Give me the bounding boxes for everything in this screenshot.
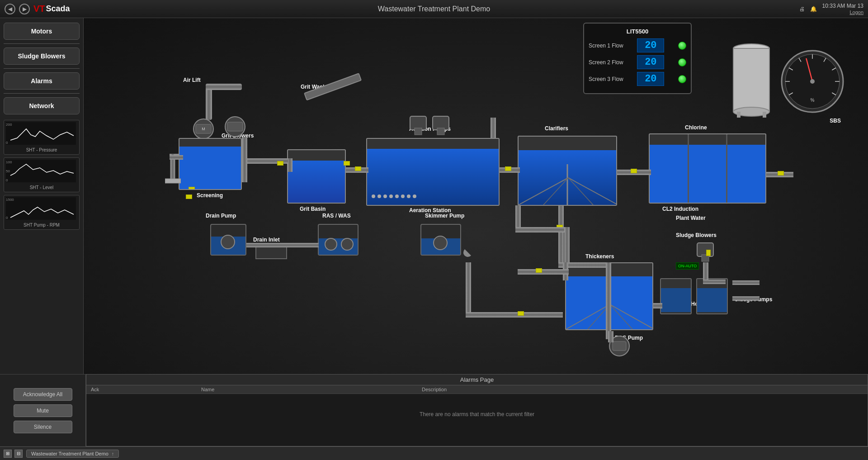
svg-point-45: [434, 236, 447, 250]
silence-button[interactable]: Silence: [14, 421, 72, 433]
ras-was-tank[interactable]: [318, 224, 359, 256]
sludge-blower-pipe-h: [703, 280, 726, 284]
app-title: Wastewater Treatment Plant Demo: [378, 5, 490, 13]
valve-grit2: [344, 161, 350, 166]
taskbar-icon-grid[interactable]: ⊟: [14, 450, 23, 458]
mute-button[interactable]: Mute: [14, 404, 72, 417]
screen3-indicator: [678, 75, 686, 83]
top-bar-right: 🖨 🔔 10:33 AM Mar 13 Logon: [799, 3, 863, 15]
logon-button[interactable]: Logon: [849, 9, 863, 15]
on-auto-badge: ON-AUTO: [676, 262, 699, 270]
drain-pump-tank[interactable]: [210, 224, 246, 256]
screen3-display: 20: [637, 72, 664, 86]
skimmer-down-pipe: [466, 262, 471, 317]
divider-2: [4, 68, 80, 69]
valve-grit-aeration: [355, 166, 361, 171]
time-display: 10:33 AM Mar 13 Logon: [822, 3, 863, 15]
svg-rect-12: [763, 112, 766, 118]
sludge-holding-tank1[interactable]: [660, 278, 692, 314]
taskbar-icons: ⊞ ⊟: [4, 450, 23, 458]
far-left-pipe: [170, 155, 183, 160]
chart2-label: SHT - Level: [6, 185, 77, 190]
col-name: Name: [201, 387, 422, 392]
screening-tank[interactable]: [179, 138, 242, 190]
vtscada-logo: VT Scada: [33, 4, 70, 14]
drain-inlet-label: Drain Inlet: [253, 237, 280, 243]
clarifiers-tank[interactable]: [518, 136, 617, 206]
chart-level: 100 50 0 SHT - Level: [4, 157, 80, 192]
sludge-pump-pipe-h1: [732, 280, 760, 285]
chlorine-tank[interactable]: [649, 133, 766, 204]
chlorine-water: [650, 145, 765, 203]
sludge-blowers-process-label: Sludge Blowers: [676, 232, 717, 238]
logo-scada: Scada: [46, 4, 70, 14]
screen1-row: Screen 1 Flow 20: [589, 38, 686, 52]
svg-rect-5: [6, 197, 76, 220]
col-ack: Ack: [91, 387, 201, 392]
lit-panel: LIT5500 Screen 1 Flow 20 Screen 2 Flow 2…: [583, 23, 692, 94]
grit-basin-label: Grit Basin: [300, 206, 326, 212]
air-lift-motor: M: [192, 118, 215, 140]
taskbar-app-item[interactable]: Wastewater Treatment Plant Demo ↑: [26, 450, 119, 458]
col-description: Description: [422, 387, 863, 392]
svg-point-44: [341, 238, 353, 250]
sidebar-network[interactable]: Network: [4, 97, 80, 114]
back-button[interactable]: ◀: [5, 4, 15, 14]
bell-icon[interactable]: 🔔: [810, 6, 817, 12]
taskbar-icon-home[interactable]: ⊞: [4, 450, 12, 458]
svg-text:M: M: [202, 127, 205, 131]
svg-rect-55: [165, 179, 181, 183]
valve-aeration-clarifiers: [505, 166, 511, 171]
svg-rect-53: [613, 341, 626, 351]
skimmer-pump-tank[interactable]: [420, 224, 461, 256]
chart1-y0: 0: [6, 141, 8, 145]
svg-text:50: 50: [6, 169, 10, 173]
sidebar-motors[interactable]: Motors: [4, 23, 80, 40]
print-icon[interactable]: 🖨: [799, 6, 805, 12]
thickener-sludge-pipe: [653, 303, 662, 308]
svg-text:1500: 1500: [6, 198, 14, 202]
clarifier-to-thick-v: [564, 227, 570, 263]
svg-text:0: 0: [6, 178, 8, 182]
cylinder-tank: [732, 43, 771, 118]
forward-button[interactable]: ▶: [19, 4, 30, 14]
svg-line-41: [568, 178, 593, 205]
cl2-induction-label: CL2 Induction: [662, 206, 698, 212]
valve-bottom: [518, 311, 524, 316]
svg-rect-35: [415, 128, 422, 135]
grit-blower-motor1: [224, 115, 246, 138]
alarm-panel: Alarms Page Ack Name Description There a…: [86, 374, 868, 446]
aeration-station-label: Aeration Station: [409, 207, 451, 213]
sludge-pump-pipe-h2: [732, 296, 760, 301]
plant-water-label: Plant Water: [676, 215, 706, 221]
svg-text:%: %: [811, 98, 815, 103]
grit-basin-tank[interactable]: [287, 149, 346, 204]
aeration-tank[interactable]: [366, 138, 500, 206]
sidebar-alarms[interactable]: Alarms: [4, 72, 80, 90]
gauge-container: %: [780, 43, 845, 118]
chart-pressure: 200 0 SHT - Pressure: [4, 120, 80, 155]
air-lift-label: Air Lift: [183, 77, 201, 83]
screening-water: [179, 147, 241, 189]
grit-blower-v-pipe: [242, 137, 247, 182]
bottom-pipe-h: [466, 312, 563, 318]
taskbar: ⊞ ⊟ Wastewater Treatment Plant Demo ↑: [0, 446, 868, 460]
svg-line-49: [610, 304, 632, 329]
thick-ras-h: [518, 269, 569, 275]
ras-was-pump1: [324, 237, 338, 251]
valve-grit1: [277, 161, 283, 166]
screen3-label: Screen 3 Flow: [589, 76, 623, 82]
acknowledge-all-button[interactable]: Acknowledge All: [14, 388, 72, 401]
baffle1: [688, 134, 689, 203]
aeration-pump-motor2: [432, 115, 450, 136]
pressure-sparkline: 200 0: [6, 122, 76, 145]
svg-rect-11: [737, 112, 741, 118]
drain-to-grit-pipe: [246, 243, 319, 247]
svg-point-27: [810, 79, 815, 84]
screen3-row: Screen 3 Flow 20: [589, 72, 686, 86]
sidebar-sludge-blowers[interactable]: Sludge Blowers: [4, 47, 80, 65]
air-lift-pipe-h: [206, 84, 242, 90]
svg-rect-9: [733, 48, 769, 112]
ras-pipe-v: [606, 262, 611, 339]
svg-rect-37: [437, 128, 444, 135]
